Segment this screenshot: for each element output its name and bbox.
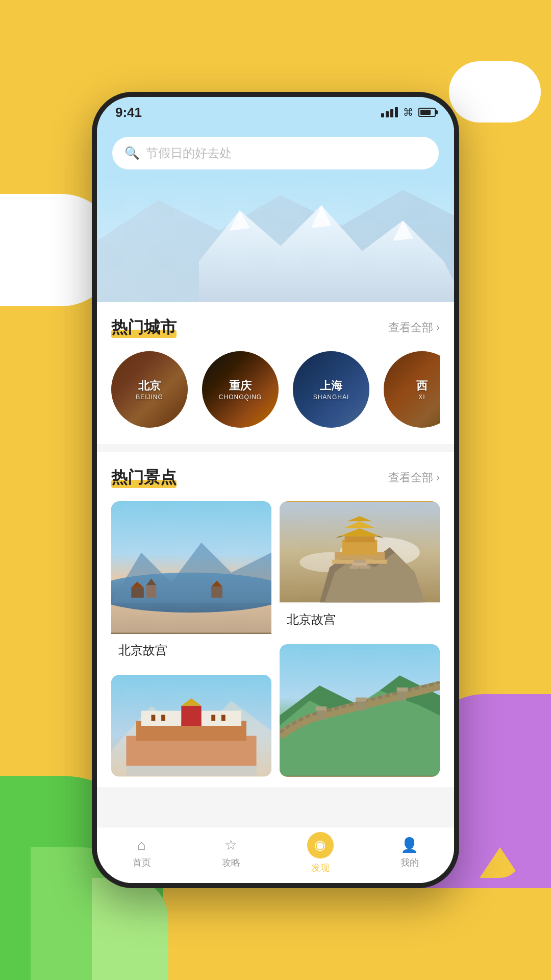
- attractions-section-title: 热门景点: [111, 468, 177, 486]
- bg-cloud-right: [449, 61, 541, 122]
- status-time: 9:41: [115, 105, 142, 120]
- svg-rect-25: [211, 715, 215, 721]
- svg-rect-21: [181, 706, 201, 726]
- search-input[interactable]: 节假日的好去处: [146, 145, 232, 161]
- svg-rect-53: [397, 688, 408, 692]
- svg-rect-13: [211, 586, 222, 598]
- svg-rect-11: [146, 585, 157, 598]
- scroll-content[interactable]: 热门城市 查看全部 › 北京 BEIJING: [97, 302, 454, 827]
- profile-icon: 👤: [400, 837, 418, 853]
- city-name-zh-beijing: 北京: [138, 378, 161, 394]
- city-circle-chongqing: 重庆 CHONGQING: [202, 351, 279, 428]
- svg-rect-36: [345, 536, 375, 543]
- tab-label-discover: 发现: [311, 862, 330, 874]
- hot-cities-section: 热门城市 查看全部 › 北京 BEIJING: [97, 302, 454, 444]
- city-item-shanghai[interactable]: 上海 SHANGHAI: [293, 351, 369, 434]
- cities-see-all[interactable]: 查看全部 ›: [388, 320, 440, 335]
- attraction-image-palace: [280, 501, 440, 603]
- city-name-en-xi: XI: [418, 394, 425, 401]
- mountain-illustration: [97, 180, 454, 302]
- hot-attractions-section: 热门景点 查看全部 ›: [97, 452, 454, 787]
- guide-icon: ☆: [224, 837, 237, 853]
- attractions-see-all-label: 查看全部: [388, 470, 433, 485]
- city-name-en-beijing: BEIJING: [136, 394, 163, 401]
- discover-active-dot: ◉: [307, 832, 334, 859]
- search-icon: 🔍: [124, 146, 140, 160]
- city-circle-shanghai: 上海 SHANGHAI: [293, 351, 369, 428]
- svg-rect-42: [354, 560, 366, 563]
- city-item-chongqing[interactable]: 重庆 CHONGQING: [202, 351, 279, 434]
- cities-section-title: 热门城市: [111, 318, 177, 336]
- cities-see-all-chevron: ›: [436, 321, 440, 334]
- status-icons: ⌘: [381, 106, 436, 118]
- tab-item-profile[interactable]: 👤 我的: [365, 837, 454, 869]
- status-bar: 9:41 ⌘: [97, 97, 454, 128]
- city-name-zh-chongqing: 重庆: [229, 378, 252, 394]
- svg-rect-27: [126, 766, 256, 776]
- attraction-image-lake: [111, 501, 271, 634]
- tab-label-guide: 攻略: [222, 856, 240, 869]
- tab-label-profile: 我的: [400, 856, 419, 869]
- svg-rect-23: [152, 715, 156, 721]
- cities-title-wrap: 热门城市: [111, 316, 177, 339]
- svg-rect-26: [221, 715, 226, 721]
- svg-rect-51: [356, 697, 367, 701]
- city-circle-beijing: 北京 BEIJING: [111, 351, 188, 428]
- tab-item-guide[interactable]: ☆ 攻略: [186, 837, 276, 869]
- bg-green-hill3: [92, 878, 168, 980]
- signal-icon: [381, 107, 398, 117]
- attraction-card-palace[interactable]: 北京故宫: [280, 501, 440, 636]
- city-circle-xi: 西 XI: [384, 351, 440, 428]
- city-item-beijing[interactable]: 北京 BEIJING: [111, 351, 188, 434]
- hero-banner: [97, 180, 454, 302]
- city-overlay-beijing: 北京 BEIJING: [111, 351, 188, 428]
- cities-row: 北京 BEIJING 重庆 CHONGQING: [111, 351, 440, 434]
- svg-rect-9: [131, 587, 144, 598]
- tab-item-home[interactable]: ⌂ 首页: [97, 837, 186, 869]
- city-name-en-shanghai: SHANGHAI: [313, 394, 349, 401]
- city-overlay-xi: 西 XI: [384, 351, 440, 428]
- tab-item-discover[interactable]: ◉ 发现: [276, 832, 365, 874]
- tab-label-home: 首页: [133, 856, 151, 869]
- search-section: 🔍 节假日的好去处: [97, 128, 454, 180]
- tab-bar: ⌂ 首页 ☆ 攻略 ◉ 发现 👤 我的: [97, 827, 454, 883]
- city-name-zh-shanghai: 上海: [320, 378, 342, 394]
- home-icon: ⌂: [137, 837, 146, 853]
- attractions-section-header: 热门景点 查看全部 ›: [111, 467, 440, 489]
- city-name-zh-xi: 西: [416, 378, 428, 394]
- city-overlay-chongqing: 重庆 CHONGQING: [202, 351, 279, 428]
- city-name-en-chongqing: CHONGQING: [219, 394, 262, 401]
- cities-see-all-label: 查看全部: [388, 320, 433, 335]
- phone-frame: 9:41 ⌘ 🔍 节假日的好去处: [92, 92, 459, 888]
- svg-rect-49: [316, 706, 327, 710]
- attraction-image-potala: [111, 675, 271, 777]
- attractions-title-wrap: 热门景点: [111, 467, 177, 489]
- city-item-xi[interactable]: 西 XI: [384, 351, 440, 434]
- wifi-icon: ⌘: [403, 106, 413, 118]
- svg-rect-24: [161, 715, 165, 721]
- svg-rect-43: [352, 563, 367, 566]
- attraction-card-potala[interactable]: [111, 675, 271, 777]
- battery-icon: [418, 108, 436, 117]
- discover-icon: ◉: [314, 837, 326, 853]
- attraction-image-greatwall: [280, 644, 440, 777]
- attraction-label-lake: 北京故宫: [111, 634, 271, 667]
- attractions-grid: 北京故宫: [111, 501, 440, 777]
- attractions-see-all-chevron: ›: [436, 471, 440, 484]
- attraction-label-palace: 北京故宫: [280, 603, 440, 636]
- attraction-card-lake[interactable]: 北京故宫: [111, 501, 271, 667]
- city-overlay-shanghai: 上海 SHANGHAI: [293, 351, 369, 428]
- attraction-card-greatwall[interactable]: [280, 644, 440, 777]
- attractions-see-all[interactable]: 查看全部 ›: [388, 470, 440, 485]
- search-bar[interactable]: 🔍 节假日的好去处: [112, 137, 439, 169]
- scroll-bottom-spacer: [97, 795, 454, 805]
- cities-section-header: 热门城市 查看全部 ›: [111, 316, 440, 339]
